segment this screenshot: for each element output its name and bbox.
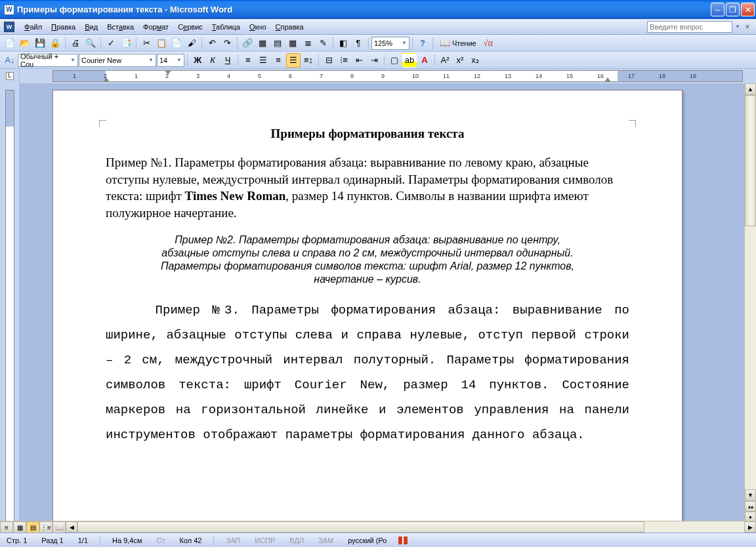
status-section: Разд 1 (39, 537, 66, 544)
menu-tools[interactable]: Сервис (173, 21, 207, 33)
tab-selector[interactable]: └ (0, 69, 20, 83)
status-line: Ст (154, 537, 168, 544)
menu-table[interactable]: Таблица (207, 21, 245, 33)
document-scroll[interactable]: Примеры форматирования текста Пример №1.… (20, 83, 744, 533)
paste-button[interactable]: 📄 (169, 36, 184, 51)
cut-button[interactable]: ✂ (139, 36, 154, 51)
hyperlink-button[interactable]: 🔗 (240, 36, 255, 51)
font-size-combo[interactable]: 14▼ (157, 54, 184, 67)
superscript-button[interactable]: A² (438, 53, 452, 68)
menu-view[interactable]: Вид (80, 21, 102, 33)
hscroll-track[interactable] (77, 521, 744, 533)
formula-button[interactable]: √α (481, 36, 495, 51)
scroll-left-button[interactable]: ◀ (66, 521, 77, 533)
hscroll-thumb[interactable] (77, 521, 644, 533)
example-3-paragraph[interactable]: Пример №3. Параметры форматирования абза… (106, 298, 629, 447)
read-mode-button[interactable]: 📖 Чтение (436, 36, 480, 51)
spell-status-icon[interactable] (398, 537, 408, 544)
status-ovr[interactable]: ЗАМ (316, 537, 336, 544)
font-color-button[interactable]: A (417, 53, 432, 68)
align-left-button[interactable]: ≡ (241, 53, 255, 68)
vertical-scrollbar[interactable]: ▲ ▼ ▴▴ ● ▾▾ (744, 83, 756, 533)
close-help-button[interactable]: × (743, 22, 752, 31)
tables-borders-button[interactable]: ▦ (255, 36, 270, 51)
zoom-combo[interactable]: 125%▼ (371, 37, 410, 50)
menu-file-text: айл (30, 23, 42, 31)
normal-view-button[interactable]: ≡ (0, 521, 13, 533)
menu-format[interactable]: Формат (138, 21, 173, 33)
scroll-thumb[interactable] (745, 95, 756, 226)
status-lang[interactable]: русский (Ро (345, 537, 389, 544)
help-search-input[interactable] (647, 21, 732, 33)
align-right-button[interactable]: ≡ (271, 53, 285, 68)
word-icon: W (4, 22, 14, 32)
columns-button[interactable]: ≣ (301, 36, 315, 51)
show-marks-button[interactable]: ¶ (351, 36, 366, 51)
redo-button[interactable]: ↷ (220, 36, 234, 51)
undo-button[interactable]: ↶ (205, 36, 219, 51)
standard-toolbar: 📄 📂 💾 🔒 🖨 🔍 ✓ 📑 ✂ 📋 📄 🖌 ↶ ↷ 🔗 ▦ ▤ ▦ ≣ ✎ … (0, 35, 756, 52)
status-ext[interactable]: ВДЛ (287, 537, 306, 544)
formatting-toolbar: A↓ Обычный + Cou▼ Courier New▼ 14▼ Ж К Ч… (0, 52, 756, 69)
print-preview-button[interactable]: 🔍 (83, 36, 98, 51)
menu-file[interactable]: Файл (20, 21, 47, 33)
prev-page-button[interactable]: ▴▴ (745, 501, 756, 512)
right-indent-icon[interactable] (604, 77, 611, 82)
style-combo[interactable]: Обычный + Cou▼ (18, 54, 78, 67)
menu-help[interactable]: Справка (271, 21, 308, 33)
permissions-button[interactable]: 🔒 (48, 36, 62, 51)
copy-button[interactable]: 📋 (154, 36, 169, 51)
outline-view-button[interactable]: ⋮≡ (39, 521, 52, 533)
insert-table-button[interactable]: ▤ (270, 36, 285, 51)
horizontal-ruler[interactable]: 1212345678910111213141516171819 (52, 70, 743, 82)
title-bar: W Примеры форматирования текста - Micros… (0, 0, 756, 19)
decrease-indent-button[interactable]: ⇤ (352, 53, 366, 68)
minimize-button[interactable]: ─ (711, 3, 724, 16)
help-dropdown-icon[interactable]: ▼ (735, 24, 740, 30)
scroll-down-button[interactable]: ▼ (745, 489, 756, 501)
vertical-ruler[interactable] (0, 83, 20, 533)
drawing-button[interactable]: ✎ (316, 36, 330, 51)
excel-button[interactable]: ▦ (285, 36, 300, 51)
bullets-button[interactable]: ⁝≡ (337, 53, 351, 68)
subscript2-button[interactable]: x₂ (468, 53, 482, 68)
print-button[interactable]: 🖨 (68, 36, 83, 51)
align-justify-button[interactable]: ☰ (286, 53, 301, 68)
document-page[interactable]: Примеры форматирования текста Пример №1.… (52, 90, 682, 533)
menu-window[interactable]: Окно (245, 21, 271, 33)
spelling-button[interactable]: ✓ (104, 36, 118, 51)
scroll-up-button[interactable]: ▲ (745, 83, 756, 95)
align-center-button[interactable]: ☰ (256, 53, 270, 68)
numbering-button[interactable]: ⊟ (322, 53, 336, 68)
borders-button[interactable]: ▢ (387, 53, 402, 68)
menu-insert[interactable]: Вставка (102, 21, 138, 33)
help-button[interactable]: ? (415, 36, 430, 51)
doc-map-button[interactable]: ◧ (336, 36, 350, 51)
web-view-button[interactable]: ▦ (13, 521, 26, 533)
close-button[interactable]: ✕ (741, 3, 755, 16)
status-rec[interactable]: ЗАП (223, 537, 243, 544)
line-spacing-button[interactable]: ≡↕ (301, 53, 316, 68)
new-doc-button[interactable]: 📄 (3, 36, 17, 51)
status-trk[interactable]: ИСПР (252, 537, 278, 544)
format-painter-button[interactable]: 🖌 (184, 36, 199, 51)
scroll-right-button[interactable]: ▶ (744, 521, 756, 533)
example-1-paragraph[interactable]: Пример №1. Параметры форматирования абза… (106, 154, 629, 222)
status-bar: Стр. 1 Разд 1 1/1 На 9,4см Ст Кол 42 ЗАП… (0, 533, 756, 547)
italic-button[interactable]: К (205, 53, 220, 68)
subscript-button[interactable]: x² (453, 53, 467, 68)
font-combo[interactable]: Courier New▼ (79, 54, 156, 67)
save-button[interactable]: 💾 (33, 36, 47, 51)
example-2-paragraph[interactable]: Пример №2. Параметры форматирования абза… (152, 233, 583, 286)
print-layout-view-button[interactable]: ▤ (26, 521, 39, 533)
increase-indent-button[interactable]: ⇥ (367, 53, 381, 68)
open-button[interactable]: 📂 (18, 36, 32, 51)
maximize-button[interactable]: ❐ (726, 3, 740, 16)
underline-button[interactable]: Ч (220, 53, 235, 68)
research-button[interactable]: 📑 (119, 36, 133, 51)
styles-pane-button[interactable]: A↓ (3, 53, 17, 68)
highlight-button[interactable]: ab (402, 53, 417, 68)
reading-view-button[interactable]: 📖 (52, 521, 66, 533)
menu-edit[interactable]: Правка (47, 21, 80, 33)
bold-button[interactable]: Ж (190, 53, 205, 68)
